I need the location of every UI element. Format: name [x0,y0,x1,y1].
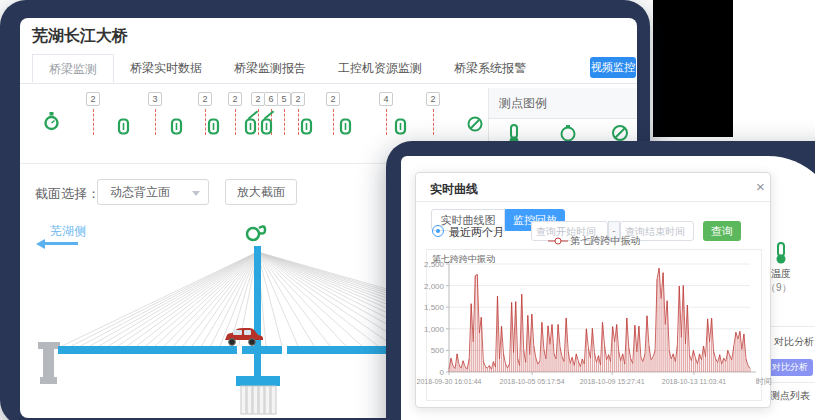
tab-4[interactable]: 桥梁系统报警 [438,54,542,83]
dialog-header-divider [416,201,770,202]
tab-2[interactable]: 桥梁监测报告 [218,54,322,83]
chart-container: 第七跨跨中振动 05001,0001,5002,0002,5002018-09-… [426,249,762,401]
section-select-dropdown[interactable]: 动态背立面 [97,179,209,205]
svg-text:1,500: 1,500 [424,303,445,312]
temperature-label: 温度 [771,267,791,281]
x-tick-label: 2018-10-05 05:17:54 [500,378,565,385]
realtime-curve-dialog: 实时曲线 × 实时曲线图 监控回放 最近两个月 - 查询 第七跨跨中振动 第七跨… [415,172,771,408]
sensor-dash-line [258,109,259,135]
sensor-dash-line [284,109,285,135]
sensor-count-badge: 2 [251,92,265,106]
tab-1[interactable]: 桥梁实时数据 [114,54,218,83]
sensor-count-badge: 6 [264,92,278,106]
sensor-dash-line [386,109,387,135]
tower-anemometer-icon[interactable] [247,226,265,240]
vibration-series-line [449,268,750,369]
sensor-chain-icon[interactable] [207,118,220,139]
sensor-dash-line [298,109,299,135]
sidebar-thermometer-icon[interactable] [774,242,788,268]
sensor-count-badge: 3 [148,92,162,106]
compare-analysis-button[interactable]: 对比分析 [767,359,813,376]
chart-legend[interactable]: 第七跨跨中振动 [416,234,772,248]
compare-section-label: 对比分析 [774,335,814,349]
video-monitor-button[interactable]: 视频监控 [590,57,636,78]
no-entry-sensor-icon[interactable] [467,116,483,136]
sensor-count-badge: 2 [86,92,100,106]
svg-text:1,000: 1,000 [424,325,445,334]
zoom-section-button[interactable]: 放大截面 [225,179,297,205]
sensor-chain-icon[interactable] [170,118,183,139]
chart-y-title: 第七跨跨中振动 [432,253,495,266]
bridge-foundation-cap [236,376,280,386]
sensor-count-badge: 2 [198,92,212,106]
svg-text:时间: 时间 [756,377,772,386]
sensor-dash-line [333,109,334,135]
sensor-dash-line [433,109,434,135]
sensor-dash-line [93,109,94,135]
caret-down-icon [192,191,200,196]
modal-page: 温度 （9） 对比分析 对比分析 测点列表 实时曲线 × 实时曲线图 监控回放 … [401,156,815,420]
sensor-dash-line [205,109,206,135]
desktop: { "window": { "title": "芜湖长江大桥" }, "tabs… [0,0,815,420]
modal-card-frame: 温度 （9） 对比分析 对比分析 测点列表 实时曲线 × 实时曲线图 监控回放 … [386,141,815,420]
x-tick-label: 2018-10-13 11:03:41 [662,378,727,385]
legend-panel-title: 测点图例 [489,88,637,119]
dialog-title: 实时曲线 [430,181,478,198]
x-tick-label: 2018-10-09 15:27:41 [580,378,645,385]
bridge-left-pier [38,342,60,384]
section-select-label: 截面选择： [35,185,100,203]
point-list-label: 测点列表 [770,389,810,403]
bridge-tower [254,246,261,378]
sensor-chain-icon[interactable] [244,118,257,139]
bridge-piles [241,386,276,414]
legend-text: 第七跨跨中振动 [570,235,640,246]
tab-3[interactable]: 工控机资源监测 [322,54,438,83]
section-select-value: 动态背立面 [110,185,170,199]
svg-text:2,000: 2,000 [424,282,445,291]
vibration-chart: 05001,0001,5002,0002,5002018-09-30 16:01… [427,250,763,402]
sensor-chain-icon[interactable] [260,118,273,139]
close-icon[interactable]: × [756,180,765,194]
main-tabbar: 桥梁监测桥梁实时数据桥梁监测报告工控机资源监测桥梁系统报警 [20,54,637,84]
svg-text:0: 0 [440,368,445,377]
x-tick-label: 2018-09-30 16:01:44 [417,378,482,385]
sensor-count-badge: 2 [426,92,440,106]
legend-marker-icon [548,237,568,245]
sensor-dash-line [155,109,156,135]
stopwatch-sensor-icon[interactable] [43,112,60,135]
sensor-chain-icon[interactable] [339,118,352,139]
sensor-count-badge: 2 [326,92,340,106]
sensor-count-badge: 2 [291,92,305,106]
page-title: 芜湖长江大桥 [32,26,128,47]
tab-0[interactable]: 桥梁监测 [32,54,114,83]
sensor-dash-line [235,109,236,135]
sensor-chain-icon[interactable] [394,118,407,139]
svg-text:500: 500 [431,346,445,355]
background-black-region [653,0,733,137]
sensor-count-badge: 4 [379,92,393,106]
sensor-chain-icon[interactable] [117,118,130,139]
sensor-count-badge: 5 [277,92,291,106]
sensor-count-badge: 2 [228,92,242,106]
sensor-chain-icon[interactable] [300,118,313,139]
